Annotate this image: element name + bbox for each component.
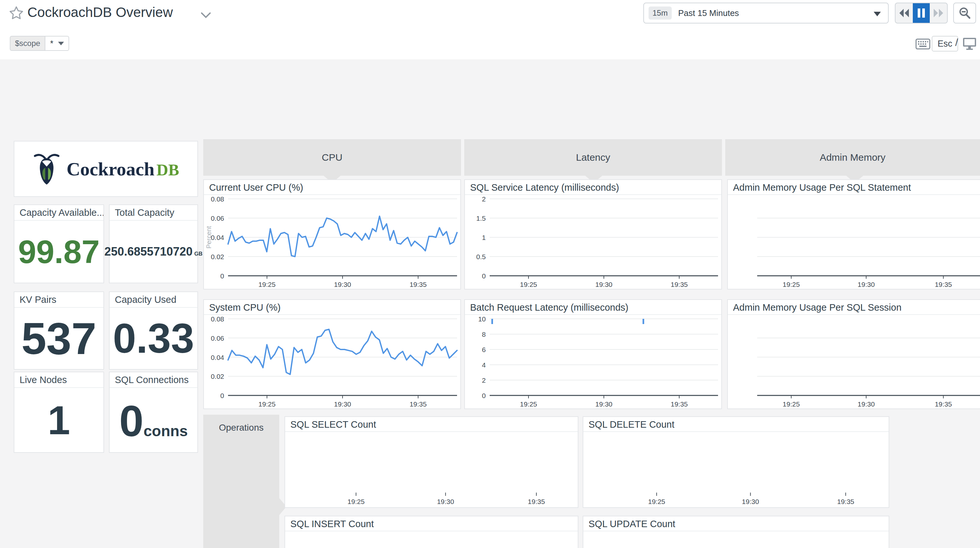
stat-card-kv-pairs[interactable]: KV Pairs 537 <box>14 291 104 370</box>
svg-text:19:25: 19:25 <box>648 498 665 505</box>
title-menu-chevron-down-icon[interactable] <box>200 12 212 19</box>
chart-widget-admin-memory-session[interactable]: Admin Memory Usage Per SQL Session 19:25… <box>727 299 980 409</box>
stat-card-sql-connections[interactable]: SQL Connections 0 conns <box>109 372 198 453</box>
scope-variable-value[interactable]: * <box>45 36 69 51</box>
chart-widget-sql-delete-count[interactable]: SQL DELETE Count 19:2519:3019:35 <box>583 416 889 508</box>
time-forward-button[interactable] <box>930 3 947 23</box>
svg-text:2: 2 <box>482 195 486 203</box>
chart-plot-area[interactable]: 0.080.060.040.02019:2519:3019:35Percent <box>204 195 460 289</box>
stat-value: 99.87 <box>18 235 100 268</box>
svg-text:0.5: 0.5 <box>476 253 486 260</box>
svg-text:19:35: 19:35 <box>409 281 427 288</box>
stat-title: Live Nodes <box>14 372 103 388</box>
group-header-admin-memory[interactable]: Admin Memory <box>725 139 980 176</box>
svg-text:0.08: 0.08 <box>211 315 224 323</box>
chart-plot-area[interactable]: 19:2519:3019:35 <box>285 531 578 548</box>
svg-text:0: 0 <box>482 272 486 280</box>
pause-icon <box>917 8 926 18</box>
svg-text:0.02: 0.02 <box>211 373 224 380</box>
chart-widget-sql-insert-count[interactable]: SQL INSERT Count 19:2519:3019:35 <box>285 516 578 548</box>
svg-text:Percent: Percent <box>205 226 212 248</box>
stat-value: 537 <box>21 316 96 361</box>
chart-plot-area[interactable]: 19:2519:3019:35 <box>583 531 889 548</box>
stat-unit: GB <box>194 251 203 257</box>
chart-widget-sql-update-count[interactable]: SQL UPDATE Count 19:2519:3019:35 <box>583 516 889 548</box>
chart-plot-area[interactable]: 19:2519:3019:35 <box>728 195 980 289</box>
svg-text:19:25: 19:25 <box>783 400 800 408</box>
chart-widget-system-cpu[interactable]: System CPU (%) 0.080.060.040.02019:2519:… <box>203 299 461 409</box>
keyboard-shortcuts-icon[interactable] <box>915 38 931 49</box>
chart-title: SQL Service Latency (milliseconds) <box>465 180 721 195</box>
svg-text:0.06: 0.06 <box>211 335 224 342</box>
stat-card-live-nodes[interactable]: Live Nodes 1 <box>14 372 104 453</box>
group-header-operations[interactable]: Operations <box>203 415 279 548</box>
svg-text:19:35: 19:35 <box>935 400 952 408</box>
chart-widget-sql-service-latency[interactable]: SQL Service Latency (milliseconds) 21.51… <box>464 179 722 289</box>
fullscreen-monitor-icon[interactable] <box>963 37 977 50</box>
zoom-out-button[interactable] <box>953 3 976 24</box>
logo-db-text: DB <box>157 161 179 179</box>
fast-forward-icon <box>933 8 944 18</box>
time-backward-button[interactable] <box>896 3 913 23</box>
svg-text:0.04: 0.04 <box>211 354 224 361</box>
page-title: CockroachDB Overview <box>27 5 173 20</box>
group-label: Latency <box>464 139 722 176</box>
rewind-icon <box>899 8 910 18</box>
esc-label: Esc <box>938 39 952 49</box>
time-nav-buttons <box>895 3 948 24</box>
svg-text:19:30: 19:30 <box>742 498 759 505</box>
group-header-cpu[interactable]: CPU <box>203 139 461 176</box>
svg-text:4: 4 <box>482 361 486 369</box>
chart-widget-batch-request-latency[interactable]: Batch Request Latency (milliseconds) 108… <box>464 299 722 409</box>
favorite-star-icon[interactable] <box>8 5 24 21</box>
stat-value: 0 <box>119 399 144 443</box>
chart-plot-area[interactable]: 19:2519:3019:35 <box>728 315 980 408</box>
pause-button[interactable] <box>913 3 930 23</box>
stat-card-capacity-used[interactable]: Capacity Used 0.33 <box>109 291 198 370</box>
svg-text:19:30: 19:30 <box>858 400 875 408</box>
chart-plot-area[interactable]: 21.510.5019:2519:3019:35 <box>465 195 721 289</box>
template-variable-scope[interactable]: $scope * <box>10 36 69 51</box>
chart-widget-current-user-cpu[interactable]: Current User CPU (%) 0.080.060.040.02019… <box>203 179 461 289</box>
svg-text:19:30: 19:30 <box>334 281 352 288</box>
chart-plot-area[interactable]: 0.080.060.040.02019:2519:3019:35 <box>204 315 460 408</box>
svg-text:8: 8 <box>482 330 486 338</box>
svg-text:19:35: 19:35 <box>671 281 688 288</box>
chart-title: SQL DELETE Count <box>583 417 889 432</box>
chart-title: SQL SELECT Count <box>285 417 578 432</box>
stat-value: 1 <box>48 400 70 440</box>
chart-plot-area[interactable]: 108642019:2519:3019:35 <box>465 315 721 408</box>
stat-card-capacity-available[interactable]: Capacity Available... 99.87 <box>14 204 104 283</box>
stat-title: Total Capacity <box>110 205 197 221</box>
stat-card-total-capacity[interactable]: Total Capacity 250.6855710720 GB <box>109 204 198 283</box>
esc-key-button[interactable]: Esc <box>932 36 958 51</box>
stat-title: KV Pairs <box>14 292 103 308</box>
svg-text:1: 1 <box>482 234 486 241</box>
svg-text:19:35: 19:35 <box>409 400 427 408</box>
svg-text:0: 0 <box>220 272 224 280</box>
group-label: Operations <box>203 423 279 433</box>
chart-title: Admin Memory Usage Per SQL Session <box>728 300 980 315</box>
chart-title: Admin Memory Usage Per SQL Statement <box>728 180 980 195</box>
zoom-out-icon <box>958 6 971 19</box>
svg-text:2: 2 <box>482 376 486 384</box>
chart-widget-admin-memory-statement[interactable]: Admin Memory Usage Per SQL Statement 19:… <box>727 179 980 289</box>
svg-text:0.06: 0.06 <box>211 214 224 222</box>
svg-text:19:30: 19:30 <box>595 400 612 408</box>
chart-plot-area[interactable]: 19:2519:3019:35 <box>285 432 578 507</box>
time-range-picker[interactable]: 15m Past 15 Minutes <box>643 3 889 24</box>
svg-text:10: 10 <box>478 315 486 323</box>
svg-text:19:35: 19:35 <box>837 498 854 505</box>
top-bar: CockroachDB Overview 15m Past 15 Minutes <box>0 0 980 59</box>
group-label: CPU <box>203 139 461 176</box>
chart-plot-area[interactable]: 19:2519:3019:35 <box>583 432 889 507</box>
svg-text:0.04: 0.04 <box>211 234 224 241</box>
svg-text:19:25: 19:25 <box>258 400 276 408</box>
cockroach-bug-icon <box>33 152 60 186</box>
chart-widget-sql-select-count[interactable]: SQL SELECT Count 19:2519:3019:35 <box>285 416 578 508</box>
svg-text:19:35: 19:35 <box>528 498 545 505</box>
group-header-latency[interactable]: Latency <box>464 139 722 176</box>
chart-title: System CPU (%) <box>204 300 460 315</box>
scope-chevron-down-icon <box>58 42 64 45</box>
svg-text:19:30: 19:30 <box>437 498 454 505</box>
